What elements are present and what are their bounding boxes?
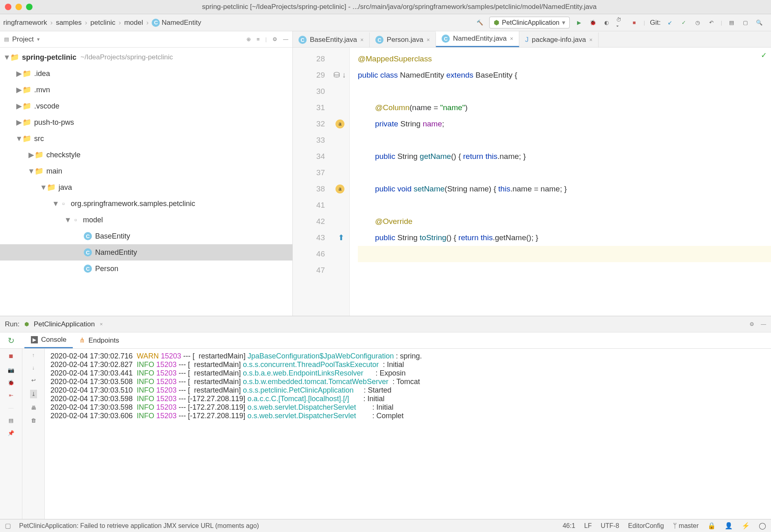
project-tree[interactable]: ▼ 📁 spring-petclinic ~/IdeaProjects/spri… bbox=[0, 48, 292, 316]
tree-row[interactable]: CNamedEntity bbox=[0, 244, 292, 261]
code-line[interactable]: @MappedSuperclass bbox=[358, 51, 771, 67]
close-window-button[interactable] bbox=[5, 4, 11, 10]
code-line[interactable]: public class NamedEntity extends BaseEnt… bbox=[358, 67, 771, 83]
override-gutter-icon[interactable]: ⬆ bbox=[338, 230, 344, 246]
tree-row[interactable]: ▼📁java bbox=[0, 179, 292, 195]
code-area[interactable]: @MappedSuperclasspublic class NamedEntit… bbox=[350, 48, 771, 316]
accessor-gutter-icon[interactable]: a bbox=[335, 119, 344, 128]
search-everywhere-icon[interactable]: 🔍 bbox=[755, 18, 764, 27]
code-line[interactable]: private String name; bbox=[358, 116, 771, 132]
code-line[interactable] bbox=[358, 165, 771, 181]
log-line[interactable]: 2020-02-04 17:30:03.598 INFO 15203 --- [… bbox=[50, 403, 765, 412]
tree-row[interactable]: ▶📁push-to-pws bbox=[0, 114, 292, 130]
inspection-ok-icon[interactable]: ✓ bbox=[761, 51, 767, 60]
gutter-line[interactable]: 34 bbox=[293, 148, 349, 165]
inspection-icon[interactable]: ⚡ bbox=[742, 522, 750, 530]
code-line[interactable]: public String toString() { return this.g… bbox=[358, 230, 771, 246]
breadcrumb-item[interactable]: NamedEntity bbox=[161, 19, 201, 27]
log-line[interactable]: 2020-02-04 17:30:03.510 INFO 15203 --- [… bbox=[50, 386, 765, 395]
project-view-icon[interactable]: ▤ bbox=[4, 36, 9, 42]
gutter[interactable]: 2829⛁ ↓303132a33343738a414243⬆4647 bbox=[293, 48, 350, 316]
soft-wrap-icon[interactable]: ↩ bbox=[31, 377, 36, 383]
gutter-line[interactable]: 46 bbox=[293, 246, 349, 262]
gutter-line[interactable]: 33 bbox=[293, 132, 349, 148]
gutter-line[interactable]: 41 bbox=[293, 197, 349, 213]
layout-icon[interactable]: ▤ bbox=[9, 417, 13, 423]
code-line[interactable]: public String getName() { return this.na… bbox=[358, 148, 771, 165]
log-line[interactable]: 2020-02-04 17:30:03.508 INFO 15203 --- [… bbox=[50, 378, 765, 386]
select-opened-file-icon[interactable]: ⊕ bbox=[246, 36, 251, 42]
breadcrumb-item[interactable]: samples bbox=[56, 19, 81, 27]
expand-all-icon[interactable]: ≡ bbox=[257, 36, 260, 42]
scroll-to-end-icon[interactable]: ⤓ bbox=[30, 390, 37, 398]
presentation-icon[interactable]: ▢ bbox=[741, 18, 750, 27]
caret-position[interactable]: 46:1 bbox=[562, 522, 575, 530]
breadcrumb-item[interactable]: model bbox=[124, 19, 143, 27]
code-line[interactable] bbox=[358, 83, 771, 100]
maximize-window-button[interactable] bbox=[26, 4, 33, 10]
clear-icon[interactable]: 🗑 bbox=[31, 417, 36, 423]
console-output[interactable]: 2020-02-04 17:30:02.716 WARN 15203 --- [… bbox=[45, 349, 771, 519]
endpoints-tab[interactable]: ⋔ Endpoints bbox=[73, 332, 126, 348]
stop-process-icon[interactable]: ■ bbox=[9, 352, 13, 360]
notifications-icon[interactable]: ◯ bbox=[759, 522, 766, 530]
pin-icon[interactable]: 📌 bbox=[8, 430, 14, 436]
code-line[interactable]: @Column(name = "name") bbox=[358, 100, 771, 116]
breadcrumb-item[interactable]: ringframework bbox=[3, 19, 47, 27]
editor-tab[interactable]: Jpackage-info.java× bbox=[519, 33, 599, 47]
code-line[interactable]: @Override bbox=[358, 213, 771, 230]
close-tab-icon[interactable]: × bbox=[360, 37, 364, 43]
gutter-line[interactable]: 30 bbox=[293, 83, 349, 100]
run-settings-icon[interactable]: ⚙ bbox=[749, 321, 754, 327]
tree-row[interactable]: ▼📁main bbox=[0, 163, 292, 179]
tree-row[interactable]: CBaseEntity bbox=[0, 228, 292, 244]
tree-row[interactable]: ▶📁.mvn bbox=[0, 82, 292, 98]
tree-row[interactable]: ▼📁src bbox=[0, 130, 292, 147]
log-line[interactable]: 2020-02-04 17:30:03.598 INFO 15203 --- [… bbox=[50, 395, 765, 403]
git-update-icon[interactable]: ↙ bbox=[666, 18, 675, 27]
run-config-selector[interactable]: ⬢ PetClinicApplication ▾ bbox=[489, 17, 569, 28]
console-tab[interactable]: ▶ Console bbox=[24, 332, 73, 348]
log-line[interactable]: 2020-02-04 17:30:03.606 INFO 15203 --- [… bbox=[50, 412, 765, 420]
lock-icon[interactable]: 🔒 bbox=[708, 522, 716, 530]
gutter-line[interactable]: 28 bbox=[293, 51, 349, 67]
project-structure-icon[interactable]: ▤ bbox=[727, 18, 736, 27]
debug-icon[interactable]: 🐞 bbox=[588, 18, 597, 27]
gear-icon[interactable]: ⚙ bbox=[272, 36, 277, 42]
tree-row[interactable]: CPerson bbox=[0, 261, 292, 277]
editor-tab[interactable]: CPerson.java× bbox=[370, 33, 436, 47]
tree-row[interactable]: ▶📁checkstyle bbox=[0, 147, 292, 163]
breadcrumb-item[interactable]: petclinic bbox=[90, 19, 115, 27]
code-line[interactable] bbox=[358, 262, 771, 278]
tree-root[interactable]: ▼ 📁 spring-petclinic ~/IdeaProjects/spri… bbox=[0, 49, 292, 65]
code-line[interactable]: public void setName(String name) { this.… bbox=[358, 181, 771, 197]
exit-icon[interactable]: ⇤ bbox=[9, 392, 13, 398]
file-encoding[interactable]: UTF-8 bbox=[601, 522, 619, 530]
tree-row[interactable]: ▼▫model bbox=[0, 212, 292, 228]
gutter-line[interactable]: 29⛁ ↓ bbox=[293, 67, 349, 83]
memory-indicator-icon[interactable]: 👤 bbox=[725, 522, 733, 530]
screenshot-icon[interactable]: 📷 bbox=[8, 367, 14, 373]
line-separator[interactable]: LF bbox=[584, 522, 592, 530]
close-tab-icon[interactable]: × bbox=[510, 35, 513, 42]
gutter-line[interactable]: 37 bbox=[293, 165, 349, 181]
log-line[interactable]: 2020-02-04 17:30:02.716 WARN 15203 --- [… bbox=[50, 352, 765, 360]
gutter-line[interactable]: 47 bbox=[293, 262, 349, 278]
editor-tab[interactable]: CNamedEntity.java× bbox=[436, 31, 519, 47]
db-gutter-icon[interactable]: ⛁ ↓ bbox=[333, 67, 346, 83]
log-line[interactable]: 2020-02-04 17:30:03.441 INFO 15203 --- [… bbox=[50, 369, 765, 378]
tree-row[interactable]: ▶📁.vscode bbox=[0, 98, 292, 114]
coverage-icon[interactable]: ◐ bbox=[602, 18, 611, 27]
print-icon[interactable]: 🖶 bbox=[31, 405, 36, 411]
tree-row[interactable]: ▼▫org.springframework.samples.petclinic bbox=[0, 195, 292, 212]
gutter-line[interactable]: 31 bbox=[293, 100, 349, 116]
up-icon[interactable]: ↑ bbox=[32, 352, 35, 358]
hide-panel-icon[interactable]: — bbox=[283, 36, 288, 42]
close-tab-icon[interactable]: × bbox=[589, 37, 592, 43]
gutter-line[interactable]: 42 bbox=[293, 213, 349, 230]
gutter-line[interactable]: 32a bbox=[293, 116, 349, 132]
git-revert-icon[interactable]: ↶ bbox=[707, 18, 716, 27]
code-line[interactable] bbox=[358, 246, 771, 262]
profiler-icon[interactable]: ⏱ ▾ bbox=[616, 18, 625, 27]
git-commit-icon[interactable]: ✓ bbox=[680, 18, 688, 27]
